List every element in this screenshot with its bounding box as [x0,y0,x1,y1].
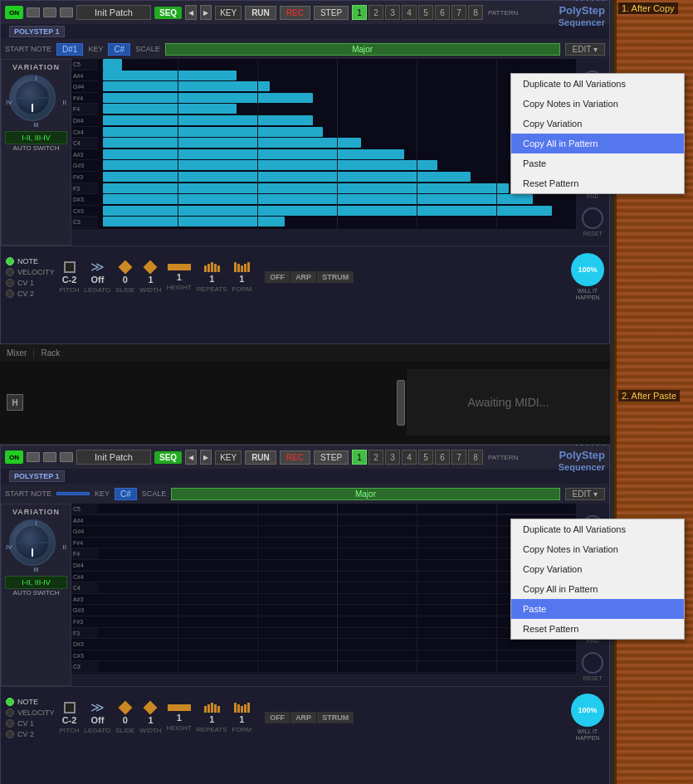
step-button-2[interactable]: STEP [314,450,349,465]
ctx2-paste[interactable]: Paste [511,599,684,619]
height-value-2[interactable]: 1 [177,713,182,723]
start-note-value[interactable]: D#1 [56,43,83,56]
pattern-b3[interactable]: 3 [385,450,400,465]
rec-button-2[interactable]: REC [280,450,310,465]
power-button[interactable]: ON [5,6,23,19]
seq-prev-btn-2[interactable]: ◀ [185,450,197,465]
ctx1-paste[interactable]: Paste [511,153,684,173]
variation-dial-2[interactable]: I II III IV [9,519,63,573]
ctx2-copy-notes[interactable]: Copy Notes in Variation [511,539,684,559]
ctx1-duplicate[interactable]: Duplicate to All Variations [511,74,684,94]
pattern-2[interactable]: 2 [368,5,383,20]
pattern-b7[interactable]: 7 [451,450,466,465]
pattern-6[interactable]: 6 [435,5,450,20]
arp-off-button-2[interactable]: OFF [265,712,290,723]
ctx1-copy-all[interactable]: Copy All in Pattern [511,134,684,153]
win-btn-3[interactable] [60,7,73,17]
pattern-b2[interactable]: 2 [368,450,383,465]
legato-value-2[interactable]: Off [90,715,104,725]
ctx1-reset[interactable]: Reset Pattern [511,173,684,193]
pitch-value[interactable]: C-2 [62,275,77,285]
seq-next-btn-2[interactable]: ▶ [200,450,212,465]
ctx1-copy-notes[interactable]: Copy Notes in Variation [511,94,684,114]
will-pct-2: 100% [578,706,597,714]
pattern-7[interactable]: 7 [451,5,466,20]
width-value[interactable]: 1 [148,275,153,285]
ctx1-copy-variation[interactable]: Copy Variation [511,114,684,134]
slide-value-2[interactable]: 0 [123,715,128,725]
pattern-5[interactable]: 5 [418,5,433,20]
pattern-b5[interactable]: 5 [418,450,433,465]
power-button-2[interactable]: ON [5,450,23,464]
pattern-4[interactable]: 4 [402,5,417,20]
patch-name-2[interactable]: Init Patch [76,450,151,465]
ctx2-reset[interactable]: Reset Pattern [511,619,684,639]
pattern-b4[interactable]: 4 [402,450,417,465]
pattern-8[interactable]: 8 [468,5,483,20]
seq-next-btn[interactable]: ▶ [200,5,212,20]
pattern-3[interactable]: 3 [385,5,400,20]
win-btn-b3[interactable] [60,452,73,462]
rec-button[interactable]: REC [280,6,310,20]
width-label: WIDTH [139,286,161,294]
pattern-b6[interactable]: 6 [435,450,450,465]
seq-prev-btn[interactable]: ◀ [185,5,197,20]
repeats-value-2[interactable]: 1 [209,714,214,724]
cv1-led-2 [6,719,14,728]
height-value[interactable]: 1 [177,272,182,282]
legato-value[interactable]: Off [90,275,104,285]
arp-strum-button[interactable]: STRUM [317,271,354,283]
pattern-b1[interactable]: 1 [352,450,367,465]
step-button[interactable]: STEP [314,6,349,20]
key-value[interactable]: C# [108,43,130,56]
rnd-label-2: RND [586,193,598,199]
arp-arp-button-2[interactable]: ARP [290,712,316,723]
pitch-value-2[interactable]: C-2 [62,715,77,725]
keyboard-scroll-handle[interactable] [397,380,405,426]
arp-off-button[interactable]: OFF [265,271,290,283]
form-label: FORM [232,285,252,293]
pitch-label: PITCH [60,286,80,294]
reset-button-2[interactable] [582,652,603,674]
edit-button-2[interactable]: EDIT ▾ [565,488,605,500]
pitch-icon-2 [64,702,76,713]
key-button[interactable]: KEY [215,6,242,20]
win-btn-b1[interactable] [27,452,40,462]
reset-button-1[interactable] [582,207,603,229]
win-btn-b2[interactable] [43,452,56,462]
form-value[interactable]: 1 [239,274,244,284]
var-switch-button[interactable]: I-II, III-IV [5,131,67,144]
edit-button[interactable]: EDIT ▾ [565,43,605,56]
arp-strum-button-2[interactable]: STRUM [317,712,354,723]
run-button-2[interactable]: RUN [245,450,276,465]
seq-button-2[interactable]: SEQ [154,451,182,464]
will-circle-2[interactable]: 100% [571,694,604,727]
arp-arp-button[interactable]: ARP [290,271,316,283]
will-label: WILL ITHAPPEN [576,288,600,302]
win-btn-1[interactable] [27,7,40,17]
win-btn-2[interactable] [43,7,56,17]
scale-value[interactable]: Major [165,43,560,56]
seq-button[interactable]: SEQ [154,7,182,19]
key-value-2[interactable]: C# [115,488,137,500]
scale-value-2[interactable]: Major [171,488,559,500]
ctx2-copy-all[interactable]: Copy All in Pattern [511,579,684,599]
variation-dial[interactable]: I II III IV [9,75,63,129]
cv2-led-2 [6,730,14,738]
form-value-2[interactable]: 1 [239,714,244,724]
start-note-value-2[interactable] [56,492,90,495]
pattern-b8[interactable]: 8 [468,450,483,465]
var-switch-button-2[interactable]: I-II, III-IV [5,576,67,589]
ctx2-duplicate[interactable]: Duplicate to All Variations [511,519,684,539]
reset-label-2: RESET [583,675,602,681]
patch-name[interactable]: Init Patch [76,5,151,20]
repeats-value[interactable]: 1 [209,274,214,284]
slide-value[interactable]: 0 [123,275,128,285]
ctx2-copy-variation[interactable]: Copy Variation [511,559,684,579]
run-button[interactable]: RUN [245,6,276,20]
width-value-2[interactable]: 1 [148,715,153,725]
key-button-2[interactable]: KEY [215,450,242,465]
polystep-badge-2: POLYSTEP 1 [9,470,65,482]
will-circle[interactable]: 100% [571,253,604,286]
pattern-1[interactable]: 1 [352,5,367,20]
